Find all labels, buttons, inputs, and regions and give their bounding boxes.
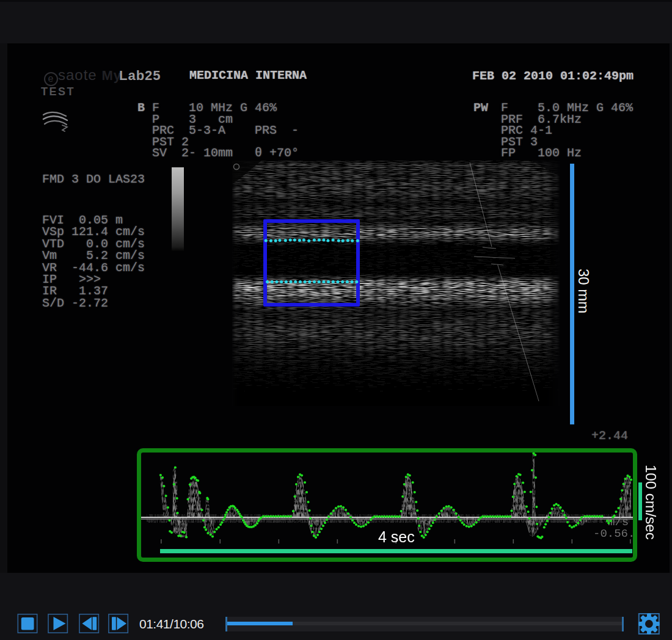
svg-text:-0.56.: -0.56.: [593, 527, 633, 540]
